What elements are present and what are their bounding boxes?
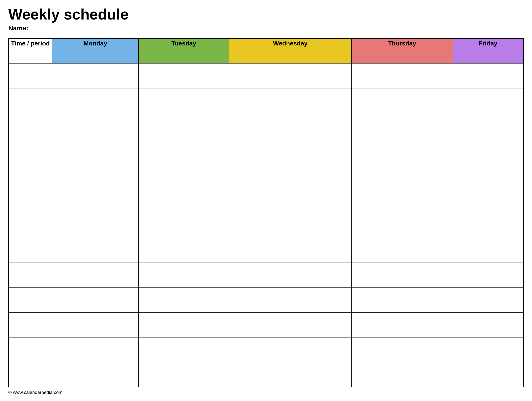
cell-wednesday-row4[interactable]	[229, 163, 351, 188]
table-row	[8, 163, 524, 188]
time-cell[interactable]	[8, 337, 52, 362]
table-row	[8, 337, 524, 362]
time-cell[interactable]	[8, 312, 52, 337]
cell-friday-row10[interactable]	[453, 312, 524, 337]
page-title: Weekly schedule	[8, 6, 524, 23]
cell-wednesday-row8[interactable]	[229, 263, 351, 287]
cell-thursday-row12[interactable]	[352, 362, 453, 387]
time-cell[interactable]	[8, 238, 52, 263]
time-cell[interactable]	[8, 213, 52, 238]
table-row	[8, 213, 524, 238]
cell-wednesday-row5[interactable]	[229, 188, 351, 213]
cell-thursday-row5[interactable]	[352, 188, 453, 213]
cell-tuesday-row10[interactable]	[139, 312, 229, 337]
cell-friday-row1[interactable]	[453, 88, 524, 113]
cell-friday-row0[interactable]	[453, 63, 524, 88]
cell-tuesday-row11[interactable]	[139, 337, 229, 362]
time-cell[interactable]	[8, 287, 52, 312]
table-row	[8, 362, 524, 387]
cell-thursday-row2[interactable]	[352, 113, 453, 138]
col-header-monday: Monday	[52, 38, 139, 63]
cell-friday-row9[interactable]	[453, 287, 524, 312]
cell-thursday-row3[interactable]	[352, 138, 453, 163]
cell-wednesday-row11[interactable]	[229, 337, 351, 362]
footer-copyright: © www.calendarpedia.com	[8, 390, 524, 395]
cell-monday-row0[interactable]	[52, 63, 139, 88]
time-cell[interactable]	[8, 113, 52, 138]
cell-tuesday-row9[interactable]	[139, 287, 229, 312]
cell-wednesday-row6[interactable]	[229, 213, 351, 238]
table-row	[8, 113, 524, 138]
time-cell[interactable]	[8, 188, 52, 213]
cell-monday-row12[interactable]	[52, 362, 139, 387]
table-row	[8, 263, 524, 287]
cell-monday-row5[interactable]	[52, 188, 139, 213]
cell-tuesday-row5[interactable]	[139, 188, 229, 213]
cell-thursday-row6[interactable]	[352, 213, 453, 238]
cell-friday-row6[interactable]	[453, 213, 524, 238]
cell-thursday-row7[interactable]	[352, 238, 453, 263]
cell-friday-row2[interactable]	[453, 113, 524, 138]
cell-wednesday-row7[interactable]	[229, 238, 351, 263]
cell-friday-row4[interactable]	[453, 163, 524, 188]
cell-thursday-row11[interactable]	[352, 337, 453, 362]
cell-tuesday-row8[interactable]	[139, 263, 229, 287]
table-row	[8, 63, 524, 88]
cell-monday-row3[interactable]	[52, 138, 139, 163]
time-cell[interactable]	[8, 163, 52, 188]
cell-monday-row7[interactable]	[52, 238, 139, 263]
table-row	[8, 138, 524, 163]
cell-thursday-row10[interactable]	[352, 312, 453, 337]
cell-tuesday-row4[interactable]	[139, 163, 229, 188]
cell-thursday-row1[interactable]	[352, 88, 453, 113]
cell-wednesday-row3[interactable]	[229, 138, 351, 163]
cell-monday-row11[interactable]	[52, 337, 139, 362]
time-cell[interactable]	[8, 362, 52, 387]
cell-wednesday-row9[interactable]	[229, 287, 351, 312]
cell-wednesday-row0[interactable]	[229, 63, 351, 88]
table-row	[8, 188, 524, 213]
time-cell[interactable]	[8, 138, 52, 163]
table-row	[8, 287, 524, 312]
table-row	[8, 88, 524, 113]
cell-monday-row9[interactable]	[52, 287, 139, 312]
time-cell[interactable]	[8, 88, 52, 113]
cell-tuesday-row12[interactable]	[139, 362, 229, 387]
cell-thursday-row4[interactable]	[352, 163, 453, 188]
cell-tuesday-row2[interactable]	[139, 113, 229, 138]
cell-wednesday-row2[interactable]	[229, 113, 351, 138]
col-header-thursday: Thursday	[352, 38, 453, 63]
cell-tuesday-row0[interactable]	[139, 63, 229, 88]
cell-wednesday-row10[interactable]	[229, 312, 351, 337]
cell-friday-row3[interactable]	[453, 138, 524, 163]
cell-wednesday-row12[interactable]	[229, 362, 351, 387]
cell-tuesday-row3[interactable]	[139, 138, 229, 163]
col-header-wednesday: Wednesday	[229, 38, 351, 63]
cell-monday-row1[interactable]	[52, 88, 139, 113]
table-row	[8, 238, 524, 263]
time-cell[interactable]	[8, 63, 52, 88]
cell-monday-row4[interactable]	[52, 163, 139, 188]
cell-thursday-row8[interactable]	[352, 263, 453, 287]
cell-friday-row11[interactable]	[453, 337, 524, 362]
cell-friday-row8[interactable]	[453, 263, 524, 287]
cell-tuesday-row6[interactable]	[139, 213, 229, 238]
table-row	[8, 312, 524, 337]
cell-monday-row8[interactable]	[52, 263, 139, 287]
cell-friday-row7[interactable]	[453, 238, 524, 263]
cell-friday-row12[interactable]	[453, 362, 524, 387]
cell-tuesday-row7[interactable]	[139, 238, 229, 263]
cell-tuesday-row1[interactable]	[139, 88, 229, 113]
cell-thursday-row9[interactable]	[352, 287, 453, 312]
col-header-time: Time / period	[8, 38, 52, 63]
col-header-friday: Friday	[453, 38, 524, 63]
col-header-tuesday: Tuesday	[139, 38, 229, 63]
cell-monday-row10[interactable]	[52, 312, 139, 337]
cell-monday-row2[interactable]	[52, 113, 139, 138]
cell-friday-row5[interactable]	[453, 188, 524, 213]
cell-thursday-row0[interactable]	[352, 63, 453, 88]
cell-monday-row6[interactable]	[52, 213, 139, 238]
name-label: Name:	[8, 24, 524, 32]
time-cell[interactable]	[8, 263, 52, 287]
cell-wednesday-row1[interactable]	[229, 88, 351, 113]
